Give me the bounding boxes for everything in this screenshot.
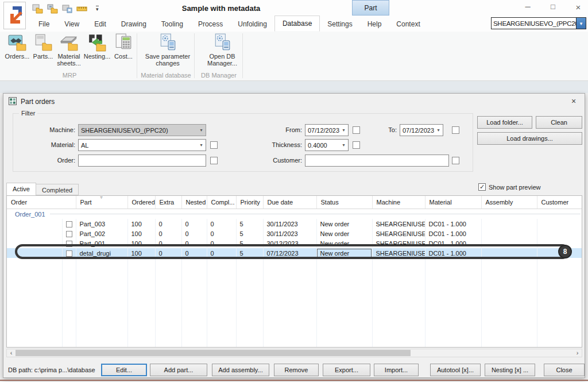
dialog-title-bar: Part orders × — [3, 94, 585, 109]
col-material[interactable]: Material — [425, 196, 481, 209]
material-sheets-icon — [60, 33, 78, 52]
dialog-close-icon[interactable]: × — [568, 97, 579, 106]
tab-settings[interactable]: Settings — [320, 17, 359, 32]
col-ordered[interactable]: Ordered — [127, 196, 155, 209]
nesting-button[interactable]: Nesting... — [84, 33, 110, 60]
order-filter-input[interactable] — [78, 155, 206, 167]
from-date-combo[interactable]: 07/12/2023 ▾ — [305, 124, 349, 136]
col-status[interactable]: Status — [316, 196, 372, 209]
row-checkbox[interactable] — [66, 231, 72, 237]
tab-view[interactable]: View — [57, 17, 87, 32]
tab-edit[interactable]: Edit — [87, 17, 114, 32]
table-row[interactable]: Part_002 100 0 0 0 5 30/11/2023 New orde… — [7, 229, 582, 238]
scrollbar-thumb[interactable] — [16, 350, 411, 356]
app-logo-icon[interactable] — [3, 2, 26, 29]
close-dialog-button[interactable]: Close — [544, 364, 585, 376]
show-part-preview-checkbox[interactable]: ✓ — [478, 183, 486, 191]
col-order[interactable]: Order — [7, 196, 76, 209]
export-button[interactable]: Export... — [323, 364, 370, 376]
row-checkbox[interactable] — [66, 241, 72, 247]
row-checkbox[interactable] — [66, 250, 72, 257]
save-parameter-changes-button[interactable]: Save parameter changes — [141, 33, 194, 67]
db-path-label: DB path: c:\prima p...\database — [8, 366, 95, 373]
tab-help[interactable]: Help — [360, 17, 389, 32]
machine-filter-combo[interactable]: SHEARGENIUSEVO_(PPC20) ▾ — [78, 124, 206, 136]
prima-power-logo-icon — [6, 5, 24, 26]
material-sheets-button[interactable]: Material sheets... — [55, 33, 83, 67]
horizontal-scrollbar[interactable]: ‹ › — [6, 349, 582, 357]
clean-button[interactable]: Clean — [536, 116, 582, 129]
customer-filter-checkbox[interactable] — [452, 157, 459, 164]
minimize-button[interactable]: ─ — [523, 2, 533, 12]
sort-indicator-icon: ▿ — [100, 196, 103, 200]
table-row[interactable]: Part_003 100 0 0 0 5 30/11/2023 New orde… — [7, 219, 582, 229]
ribbon-group-separator — [137, 33, 137, 78]
thickness-label: Thickness: — [242, 139, 302, 151]
col-part[interactable]: ▿Part — [76, 196, 127, 209]
import-button[interactable]: Import... — [374, 364, 419, 376]
autotool-button[interactable]: Autotool [x]... — [430, 364, 481, 376]
tab-completed[interactable]: Completed — [36, 184, 79, 195]
edit-button[interactable]: Edit... — [101, 364, 147, 376]
maximize-button[interactable]: □ — [548, 2, 558, 12]
close-button[interactable]: × — [573, 2, 583, 12]
col-compl[interactable]: Compl... — [207, 196, 236, 209]
orders-button[interactable]: Orders... — [3, 33, 31, 60]
material-filter-combo[interactable]: AL ▾ — [78, 139, 206, 151]
scroll-right-icon[interactable]: › — [573, 349, 582, 357]
tab-database[interactable]: Database — [274, 16, 320, 32]
order-filter-checkbox[interactable] — [210, 157, 218, 164]
col-assembly[interactable]: Assembly — [481, 196, 537, 209]
chevron-down-icon: ▾ — [339, 142, 348, 148]
add-assembly-button[interactable]: Add assembly... — [212, 364, 269, 376]
tab-drawing[interactable]: Drawing — [114, 17, 154, 32]
tab-active[interactable]: Active — [6, 183, 36, 195]
load-folder-button[interactable]: Load folder... — [477, 116, 532, 129]
table-row-selected[interactable]: detal_drugi 100 0 0 0 5 07/12/2023 New o… — [7, 248, 582, 258]
ribbon-group-separator — [242, 33, 243, 78]
col-extra[interactable]: Extra — [155, 196, 181, 209]
tab-process[interactable]: Process — [191, 17, 230, 32]
to-date-combo[interactable]: 07/12/2023 ▾ — [400, 124, 443, 136]
tab-file[interactable]: File — [31, 17, 57, 32]
parts-button[interactable]: Parts... — [32, 33, 54, 60]
customer-filter-input[interactable] — [305, 155, 449, 167]
load-drawings-button[interactable]: Load drawings... — [477, 132, 582, 145]
status-cell-focused: New order — [316, 248, 372, 258]
chevron-down-icon: ▾ — [197, 128, 206, 133]
col-nested[interactable]: Nested — [181, 196, 207, 209]
annotation-badge: 8 — [558, 245, 572, 258]
tab-tooling[interactable]: Tooling — [154, 17, 191, 32]
open-db-manager-button[interactable]: Open DB Manager... — [202, 33, 242, 67]
open-db-manager-icon — [213, 33, 231, 52]
material-filter-checkbox[interactable] — [210, 141, 218, 149]
table-header-row: Order ▿Part Ordered Extra Nested Compl..… — [7, 196, 582, 209]
nesting-footer-button[interactable]: Nesting [x] ... — [485, 364, 535, 376]
col-due-date[interactable]: Due date — [263, 196, 316, 209]
col-priority[interactable]: Priority — [236, 196, 263, 209]
cost-icon — [114, 33, 133, 52]
add-part-button[interactable]: Add part... — [150, 364, 207, 376]
row-checkbox[interactable] — [66, 221, 72, 227]
table-row[interactable]: Part_001 100 0 0 0 5 30/12/2023 New orde… — [7, 238, 582, 248]
tab-context[interactable]: Context — [389, 17, 427, 32]
col-customer[interactable]: Customer — [537, 196, 582, 209]
chevron-down-icon: ▾ — [197, 142, 206, 148]
active-machine-select[interactable]: SHEARGENIUSEVO_(PPC20) ▾ — [491, 17, 586, 29]
parts-icon — [34, 33, 52, 52]
col-machine[interactable]: Machine — [372, 196, 425, 209]
orders-icon — [8, 33, 26, 52]
remove-button[interactable]: Remove — [274, 364, 319, 376]
machine-label: Machine: — [15, 124, 75, 136]
chevron-down-icon[interactable]: ▾ — [576, 18, 586, 29]
scroll-left-icon[interactable]: ‹ — [7, 349, 16, 357]
thickness-filter-checkbox[interactable] — [353, 141, 360, 149]
thickness-combo[interactable]: 0.4000 ▾ — [305, 139, 349, 151]
nesting-icon — [88, 33, 106, 52]
to-filter-checkbox[interactable] — [452, 126, 459, 134]
order-group-row[interactable]: Order_001 — [7, 209, 582, 219]
tab-unfolding[interactable]: Unfolding — [230, 17, 274, 32]
ribbon-context-group-part[interactable]: Part — [352, 0, 389, 16]
window-bottom-border — [0, 380, 588, 381]
cost-button[interactable]: Cost... — [111, 33, 136, 60]
